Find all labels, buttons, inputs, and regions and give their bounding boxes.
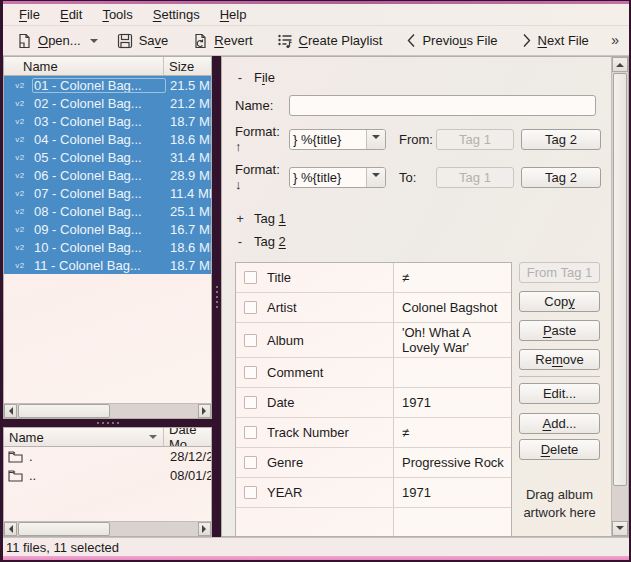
file-row[interactable]: v204 - Colonel Bag...18.6 MB xyxy=(4,130,211,148)
field-value[interactable]: Progressive Rock xyxy=(394,448,511,477)
field-value[interactable]: 1971 xyxy=(394,478,511,507)
vertical-splitter[interactable] xyxy=(212,56,221,537)
field-checkbox[interactable] xyxy=(244,334,257,347)
table-row-date[interactable]: Date 1971 xyxy=(236,388,511,418)
file-section-header[interactable]: - File xyxy=(235,70,611,85)
file-row[interactable]: v209 - Colonel Bag...16.7 MB xyxy=(4,220,211,238)
field-value[interactable]: 1971 xyxy=(394,388,511,417)
dir-list-column-date[interactable]: Date Mo xyxy=(164,428,211,446)
scroll-up-icon[interactable] xyxy=(612,57,628,72)
edit-button[interactable]: Edit... xyxy=(519,383,600,404)
next-file-button[interactable]: Next File xyxy=(515,30,596,51)
menu-help[interactable]: Help xyxy=(210,5,257,24)
table-row-comment[interactable]: Comment xyxy=(236,358,511,388)
dir-row[interactable]: . 28/12/20 xyxy=(4,447,211,466)
tag1-section-header[interactable]: + Tag 1 xyxy=(235,211,611,226)
file-size: 18.6 MB xyxy=(166,240,211,255)
table-row-artist[interactable]: Artist Colonel Bagshot xyxy=(236,293,511,323)
file-row[interactable]: v205 - Colonel Bag...31.4 MB xyxy=(4,148,211,166)
scroll-left-icon[interactable] xyxy=(4,522,17,536)
file-row[interactable]: v201 - Colonel Bag...21.5 MB xyxy=(4,76,211,94)
delete-button[interactable]: Delete xyxy=(519,439,600,460)
copy-button[interactable]: Copy xyxy=(519,291,600,312)
from-tag2-source-button[interactable]: Tag 2 xyxy=(521,129,601,150)
expand-indicator-icon[interactable]: + xyxy=(235,211,245,226)
file-list-column-size[interactable]: Size xyxy=(164,57,211,75)
tag2-section-header[interactable]: - Tag 2 xyxy=(235,234,611,249)
menu-edit[interactable]: Edit xyxy=(50,5,92,24)
menu-file[interactable]: File xyxy=(9,5,50,24)
file-size: 25.1 MB xyxy=(166,204,211,219)
table-row-year[interactable]: YEAR 1971 xyxy=(236,478,511,508)
file-list-column-name[interactable]: Name xyxy=(4,57,164,75)
scroll-down-icon[interactable] xyxy=(612,521,628,536)
combobox-arrow-icon[interactable] xyxy=(366,130,385,149)
toolbar-overflow-icon[interactable]: » xyxy=(611,32,623,50)
file-list-hscrollbar[interactable] xyxy=(4,403,211,418)
field-checkbox[interactable] xyxy=(244,456,257,469)
field-checkbox[interactable] xyxy=(244,366,257,379)
scroll-left-icon[interactable] xyxy=(4,404,17,418)
file-name: 02 - Colonel Bag... xyxy=(32,96,166,111)
id3v2-badge-icon: v2 xyxy=(10,243,30,252)
previous-file-button[interactable]: Previous File xyxy=(399,30,504,51)
open-button[interactable]: Open... xyxy=(9,30,88,52)
field-checkbox[interactable] xyxy=(244,426,257,439)
table-row-title[interactable]: Title ≠ xyxy=(236,263,511,293)
to-tag2-button[interactable]: Tag 2 xyxy=(521,167,601,188)
field-checkbox[interactable] xyxy=(244,271,257,284)
format-from-filename-combobox[interactable]: } %{title} xyxy=(289,129,386,150)
file-size: 16.7 MB xyxy=(166,222,211,237)
combobox-arrow-icon[interactable] xyxy=(366,168,385,187)
field-checkbox[interactable] xyxy=(244,301,257,314)
collapse-indicator-icon[interactable]: - xyxy=(235,234,245,249)
collapse-indicator-icon[interactable]: - xyxy=(235,70,245,85)
format-to-filename-combobox[interactable]: } %{title} xyxy=(289,167,386,188)
table-row-album[interactable]: Album 'Oh! What A Lovely War' xyxy=(236,323,511,358)
file-row[interactable]: v206 - Colonel Bag...28.9 MB xyxy=(4,166,211,184)
tag-panel-vscrollbar[interactable] xyxy=(611,57,628,536)
album-artwork-dropzone[interactable]: Drag album artwork here xyxy=(519,486,600,521)
format-value[interactable]: } %{title} xyxy=(290,130,366,149)
add-button[interactable]: Add... xyxy=(519,413,600,434)
to-label: To: xyxy=(399,170,436,185)
from-tag1-button[interactable]: From Tag 1 xyxy=(519,262,600,283)
file-row[interactable]: v207 - Colonel Bag...11.4 MB xyxy=(4,184,211,202)
remove-button[interactable]: Remove xyxy=(519,349,600,370)
hscroll-thumb[interactable] xyxy=(18,404,110,418)
file-row[interactable]: v202 - Colonel Bag...21.2 MB xyxy=(4,94,211,112)
horizontal-splitter[interactable] xyxy=(3,419,212,427)
menu-tools[interactable]: Tools xyxy=(92,5,142,24)
format-value[interactable]: } %{title} xyxy=(290,168,366,187)
field-value[interactable] xyxy=(394,358,511,387)
scroll-right-icon[interactable] xyxy=(198,522,211,536)
dir-row[interactable]: .. 08/01/20 xyxy=(4,466,211,485)
vscroll-thumb[interactable] xyxy=(613,73,627,486)
file-row[interactable]: v210 - Colonel Bag...18.6 MB xyxy=(4,238,211,256)
field-value[interactable]: Colonel Bagshot xyxy=(394,293,511,322)
open-dropdown-arrow-icon[interactable] xyxy=(90,39,98,47)
file-row[interactable]: v208 - Colonel Bag...25.1 MB xyxy=(4,202,211,220)
table-row-track-number[interactable]: Track Number ≠ xyxy=(236,418,511,448)
menu-settings[interactable]: Settings xyxy=(143,5,210,24)
field-value[interactable]: 'Oh! What A Lovely War' xyxy=(394,323,511,357)
revert-button[interactable]: Revert xyxy=(185,30,259,52)
field-checkbox[interactable] xyxy=(244,396,257,409)
from-tag1-source-button[interactable]: Tag 1 xyxy=(436,129,514,150)
filename-input[interactable] xyxy=(289,95,596,116)
hscroll-thumb[interactable] xyxy=(18,522,110,536)
field-value[interactable]: ≠ xyxy=(394,263,511,292)
file-row[interactable]: v203 - Colonel Bag...18.7 MB xyxy=(4,112,211,130)
save-button[interactable]: Save xyxy=(110,30,176,52)
create-playlist-button[interactable]: Create Playlist xyxy=(270,30,390,52)
file-row[interactable]: v211 - Colonel Bag...18.7 MB xyxy=(4,256,211,274)
field-checkbox[interactable] xyxy=(244,486,257,499)
paste-button[interactable]: Paste xyxy=(519,320,600,341)
scroll-right-icon[interactable] xyxy=(198,404,211,418)
field-value[interactable]: ≠ xyxy=(394,418,511,447)
dir-list-column-name[interactable]: Name xyxy=(4,428,164,446)
format-up-label: Format: ↑ xyxy=(235,124,289,154)
to-tag1-button[interactable]: Tag 1 xyxy=(436,167,514,188)
dir-list-hscrollbar[interactable] xyxy=(4,521,211,536)
table-row-genre[interactable]: Genre Progressive Rock xyxy=(236,448,511,478)
